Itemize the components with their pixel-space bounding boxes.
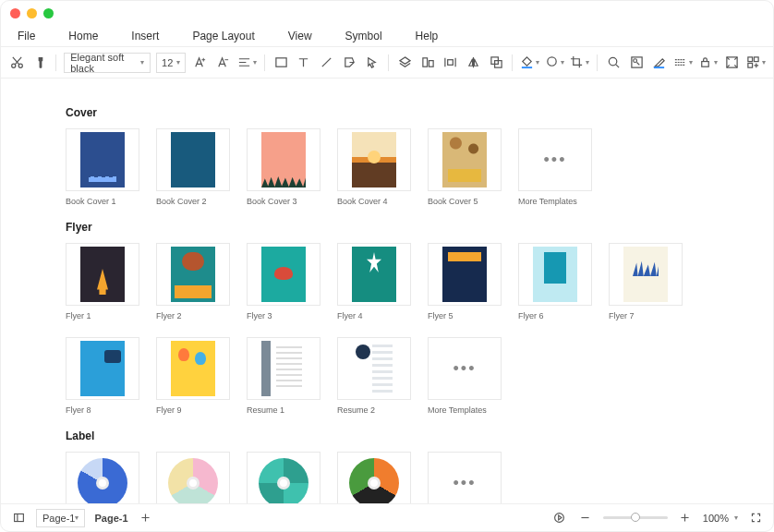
svg-point-10 [609,57,616,65]
pointer-tool-icon[interactable] [363,53,381,73]
cut-icon[interactable] [8,53,26,73]
shape-outline-icon[interactable] [545,53,564,73]
line-tool-icon[interactable] [318,53,335,73]
template-card[interactable]: Book Cover 3 [247,128,320,206]
template-card[interactable]: Flyer 2 [156,243,230,320]
window-titlebar [1,1,773,25]
line-style-icon[interactable] [673,53,693,73]
chevron-down-icon: ▾ [734,514,738,522]
page-select-value: Page-1 [42,513,75,524]
svg-rect-17 [754,57,758,62]
template-thumb [247,128,320,191]
svg-rect-5 [448,60,454,66]
template-label: Book Cover 4 [337,197,411,206]
template-card[interactable]: Book Cover 1 [66,128,139,206]
zoom-out-button[interactable] [577,510,594,526]
more-templates-card[interactable]: ••• [428,452,502,503]
crop-icon[interactable] [570,53,589,73]
menu-page-layout[interactable]: Page Layout [185,27,261,45]
minimize-window-button[interactable] [27,8,37,18]
template-card[interactable]: Book Cover 2 [156,128,230,206]
section-title-cover: Cover [66,106,718,119]
add-page-button[interactable] [138,510,154,526]
text-align-icon[interactable] [237,53,257,73]
template-thumb [337,128,411,191]
font-size-value: 12 [162,57,173,68]
flip-icon[interactable] [465,53,482,73]
template-card[interactable]: Flyer 1 [66,243,139,320]
template-thumb [156,243,230,306]
format-painter-icon[interactable] [31,53,49,73]
template-thumb [247,243,320,306]
page-select[interactable]: Page-1 ▾ [36,509,85,527]
template-card[interactable] [66,452,139,503]
align-objects-icon[interactable] [419,53,437,73]
decrease-font-icon[interactable] [214,53,232,73]
zoom-value: 100% [703,513,729,524]
menu-help[interactable]: Help [408,27,446,45]
increase-font-icon[interactable] [191,53,209,73]
shape-rectangle-icon[interactable] [272,53,290,73]
template-thumb [337,337,411,400]
page-tab[interactable]: Page-1 [94,513,127,524]
template-card[interactable]: Flyer 9 [156,337,230,415]
template-thumb [66,128,139,191]
font-size-select[interactable]: 12 ▾ [156,53,186,73]
template-card[interactable]: Resume 2 [337,337,411,415]
pages-panel-icon[interactable] [10,510,27,526]
search-icon[interactable] [605,53,623,73]
template-card[interactable]: Book Cover 5 [428,128,502,206]
menu-home[interactable]: Home [61,27,105,45]
template-card[interactable] [156,452,230,503]
fullscreen-icon[interactable] [747,510,764,526]
ellipsis-icon: ••• [428,452,502,503]
template-card[interactable] [247,452,320,503]
template-card[interactable]: Flyer 7 [609,243,683,320]
template-thumb [518,243,592,306]
template-thumb [428,243,502,306]
zoom-slider[interactable] [603,516,668,519]
section-title-label: Label [66,429,718,442]
group-icon[interactable] [488,53,505,73]
presentation-icon[interactable] [551,510,568,526]
template-card[interactable]: Resume 1 [247,337,320,415]
fit-page-icon[interactable] [723,53,741,73]
menu-insert[interactable]: Insert [124,27,166,45]
template-label: Flyer 4 [337,311,411,320]
template-card[interactable]: Flyer 6 [518,243,592,320]
lock-icon[interactable] [698,53,718,73]
template-thumb [609,243,683,306]
zoom-window-button[interactable] [43,8,54,18]
close-window-button[interactable] [10,8,20,18]
svg-point-12 [633,59,636,63]
layers-icon[interactable] [396,53,414,73]
more-tools-icon[interactable] [746,53,766,73]
section-title-flyer: Flyer [66,221,718,234]
zoom-in-button[interactable] [677,510,694,526]
more-templates-card[interactable]: •••More Templates [518,128,592,206]
template-card[interactable]: Flyer 3 [247,243,320,320]
highlighter-icon[interactable] [650,53,668,73]
font-family-value: Elegant soft black [70,52,144,74]
svg-rect-13 [654,66,664,68]
pen-tool-icon[interactable] [341,53,358,73]
template-label: Flyer 2 [156,311,230,320]
distribute-icon[interactable] [441,53,459,73]
template-card[interactable]: Book Cover 4 [337,128,411,206]
template-card[interactable]: Flyer 4 [337,243,411,320]
template-label: Book Cover 2 [156,197,230,206]
template-thumb [156,452,230,503]
template-card[interactable]: Flyer 8 [66,337,139,415]
template-card[interactable]: Flyer 5 [428,243,502,320]
replace-icon[interactable] [628,53,646,73]
more-templates-card[interactable]: •••More Templates [428,337,502,415]
text-tool-icon[interactable] [295,53,312,73]
font-family-select[interactable]: Elegant soft black ▾ [64,53,151,73]
menu-file[interactable]: File [10,27,42,45]
template-card[interactable] [337,452,411,503]
template-label: Resume 1 [247,405,320,415]
fill-color-icon[interactable] [520,53,539,73]
template-label: Book Cover 1 [66,197,139,206]
menu-symbol[interactable]: Symbol [338,27,390,45]
menu-view[interactable]: View [281,27,320,45]
